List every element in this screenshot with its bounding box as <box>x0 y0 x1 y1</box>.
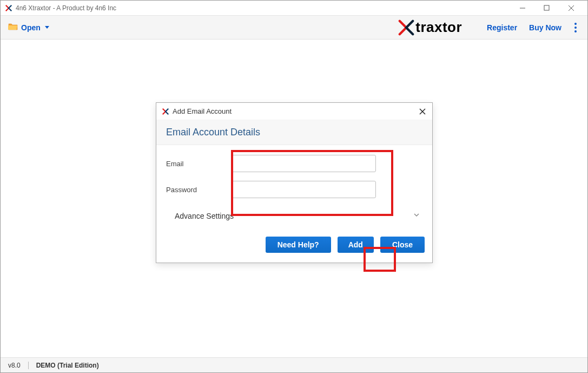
maximize-button[interactable] <box>534 1 559 16</box>
app-logo-icon <box>5 4 12 12</box>
brand-logo: traxtor <box>398 19 462 36</box>
close-button[interactable]: Close <box>380 237 425 253</box>
dialog-titlebar: Add Email Account <box>156 103 432 120</box>
svg-rect-1 <box>544 5 549 10</box>
version-label: v8.0 <box>8 362 21 369</box>
dialog-close-button[interactable] <box>418 107 427 116</box>
open-menu-button[interactable]: Open <box>8 23 49 32</box>
dialog-header: Email Account Details <box>156 120 432 145</box>
more-menu-button[interactable] <box>571 19 580 36</box>
folder-icon <box>8 23 18 32</box>
separator <box>28 362 29 369</box>
password-input[interactable] <box>231 181 376 198</box>
advance-settings-label: Advance Settings <box>175 212 234 220</box>
window-title: 4n6 Xtraxtor - A Product by 4n6 Inc <box>16 4 510 12</box>
dialog-body: Email Password Advance Settings <box>156 145 432 231</box>
close-window-button[interactable] <box>559 1 583 16</box>
dialog-footer: Need Help? Add Close <box>156 231 432 263</box>
edition-label: DEMO (Trial Edition) <box>36 362 99 369</box>
dialog-logo-icon <box>162 108 169 115</box>
main-toolbar: Open traxtor Register Buy Now <box>1 16 587 40</box>
chevron-down-icon <box>45 26 49 29</box>
buy-now-link[interactable]: Buy Now <box>529 23 561 32</box>
advance-settings-toggle[interactable]: Advance Settings <box>166 207 422 226</box>
window-controls <box>510 1 583 16</box>
need-help-button[interactable]: Need Help? <box>266 237 331 253</box>
email-input[interactable] <box>231 155 376 172</box>
brand-text: traxtor <box>415 19 462 36</box>
register-link[interactable]: Register <box>487 23 517 32</box>
add-button[interactable]: Add <box>338 237 374 253</box>
minimize-button[interactable] <box>510 1 534 16</box>
window-titlebar: 4n6 Xtraxtor - A Product by 4n6 Inc <box>1 1 587 16</box>
dialog-heading: Email Account Details <box>166 127 422 138</box>
chevron-down-icon <box>413 211 420 220</box>
password-label: Password <box>166 186 231 194</box>
status-bar: v8.0 DEMO (Trial Edition) <box>1 357 587 372</box>
dialog-window-title: Add Email Account <box>173 107 418 115</box>
open-label: Open <box>21 23 41 32</box>
email-label: Email <box>166 160 231 168</box>
main-content-area: Add Email Account Email Account Details … <box>1 40 587 357</box>
add-email-dialog: Add Email Account Email Account Details … <box>156 102 433 263</box>
